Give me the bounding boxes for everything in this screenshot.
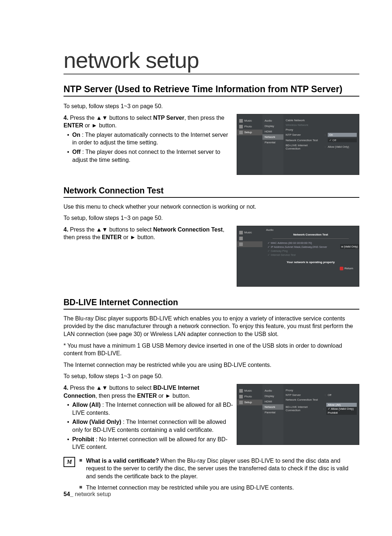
dialog-title: Network Connection Test bbox=[265, 232, 356, 238]
t: : The player does not connect to the Int… bbox=[72, 149, 220, 163]
t: Press the ▲▼ buttons to select bbox=[68, 226, 153, 233]
t: , then press the bbox=[95, 393, 137, 399]
s1-step: 4. Press the ▲▼ buttons to select NTP Se… bbox=[64, 114, 233, 130]
r: Network Connection Test✓ Off bbox=[286, 138, 357, 143]
page-title: network setup bbox=[64, 47, 359, 74]
section-heading-bdlive: BD-LIVE Internet Connection bbox=[64, 298, 359, 310]
screenshot-nct: Music Audio Network Connection Test ✓ MA… bbox=[237, 226, 359, 287]
scr-left-nav: Music Photo Setup bbox=[237, 384, 262, 445]
note-list: What is a valid certificate? When the Bl… bbox=[79, 457, 359, 495]
mid-audio: Audio bbox=[262, 388, 283, 393]
s2-row: 4. Press the ▲▼ buttons to select Networ… bbox=[64, 226, 359, 287]
mid-audio: Audio bbox=[262, 118, 283, 123]
r-sel: BD-LIVE Internet Connection: Allow (All)… bbox=[286, 402, 357, 416]
t: : No Internet connection will be allowed… bbox=[72, 436, 228, 450]
scr-right-panel: Cable Network Wireless Network Proxy NTP… bbox=[283, 114, 359, 175]
t: Prohibit bbox=[72, 436, 94, 442]
nav-setup: Setup bbox=[237, 400, 262, 405]
manual-page: network setup NTP Server (Used to Retrie… bbox=[0, 0, 392, 517]
r: BD-LIVE Internet Connection:Allow (Valid… bbox=[286, 143, 357, 151]
photo-icon bbox=[239, 237, 243, 240]
status-text: Your network is operating properly bbox=[265, 257, 356, 266]
r: NTP Server:Off bbox=[286, 393, 357, 397]
t: Allow (Valid Only) bbox=[328, 145, 357, 148]
scr-inner: Music Photo Setup Audio Display HDMI Net… bbox=[237, 384, 359, 445]
t: ENTER bbox=[102, 234, 122, 240]
check-icon: ✓ bbox=[329, 139, 332, 142]
s1-text: 4. Press the ▲▼ buttons to select NTP Se… bbox=[64, 114, 233, 165]
mid-parental: Parental bbox=[262, 410, 283, 415]
t: Off bbox=[72, 149, 81, 155]
section-heading-ntp: NTP Server (Used to Retrieve Time Inform… bbox=[64, 84, 359, 97]
t: NTP Server bbox=[286, 133, 323, 136]
t: Music bbox=[244, 231, 252, 234]
music-icon bbox=[239, 119, 243, 123]
bullet-on: On : The player automatically connects t… bbox=[64, 131, 233, 147]
nav-music: Music bbox=[237, 388, 262, 394]
t: or ► button. bbox=[122, 234, 155, 240]
screenshot-bdlive: Music Photo Setup Audio Display HDMI Net… bbox=[237, 384, 359, 445]
page-number: 54_ bbox=[64, 491, 73, 497]
nav-photo: Photo bbox=[237, 394, 262, 400]
t: What is a valid certificate? bbox=[86, 458, 159, 464]
t: On bbox=[328, 133, 357, 137]
check-line: ✓ Internet Service Test bbox=[265, 253, 356, 257]
t: Allow (All) bbox=[72, 402, 101, 408]
t: Network Connection Test bbox=[286, 139, 323, 142]
s2-text: 4. Press the ▲▼ buttons to select Networ… bbox=[64, 226, 233, 243]
t: Off bbox=[328, 393, 357, 397]
s3-p1: The Blu-ray Disc player supports BD-LIVE… bbox=[64, 315, 359, 338]
opt-allow-valid: ✓ Allow (Valid Only) bbox=[326, 407, 357, 411]
s2-step: 4. Press the ▲▼ buttons to select Networ… bbox=[64, 226, 233, 241]
bullet-prohibit: Prohibit : No Internet connection will b… bbox=[64, 435, 233, 451]
note-item: The Internet connection may be restricte… bbox=[79, 484, 359, 492]
note-item: What is a valid certificate? When the Bl… bbox=[79, 457, 359, 480]
mid-network: Network bbox=[262, 134, 283, 140]
t: Network Connection Test bbox=[153, 226, 223, 233]
mid-display: Display bbox=[262, 123, 283, 129]
nav-music: Music bbox=[237, 230, 262, 236]
gear-icon bbox=[239, 131, 243, 134]
r: Wireless Network bbox=[286, 123, 357, 127]
step-number: 4. bbox=[64, 115, 68, 121]
s2-p2: To setup, follow steps 1~3 on page 50. bbox=[64, 214, 359, 222]
section-heading-nct: Network Connection Test bbox=[64, 186, 359, 198]
t: BD-LIVE Internet Connection bbox=[286, 405, 321, 412]
s3-step: 4. Press the ▲▼ buttons to select BD-LIV… bbox=[64, 384, 233, 400]
scr-right-panel: Proxy NTP Server:Off Network Connection … bbox=[283, 384, 359, 445]
s3-p3: The Internet connection may be restricte… bbox=[64, 361, 359, 369]
audio-label: Audio bbox=[265, 228, 356, 232]
r-sel: NTP Server:On bbox=[286, 132, 357, 138]
r: Cable Network bbox=[286, 118, 357, 123]
page-footer: 54_ network setup bbox=[64, 491, 111, 498]
return-label: Return bbox=[265, 266, 356, 271]
s3-row: 4. Press the ▲▼ buttons to select BD-LIV… bbox=[64, 384, 359, 453]
t: Network Connection Test bbox=[286, 398, 357, 401]
t: or ► button. bbox=[83, 122, 117, 128]
t: ENTER bbox=[137, 393, 157, 399]
s3-p2: * You must have a minimum 1 GB USB Memor… bbox=[64, 342, 359, 357]
t: Press the ▲▼ buttons to select bbox=[68, 385, 153, 391]
t: Press the ▲▼ buttons to select bbox=[68, 115, 153, 121]
t: BD-LIVE Internet Connection bbox=[286, 144, 323, 150]
mid-display: Display bbox=[262, 393, 283, 399]
mid-hdmi: HDMI bbox=[262, 129, 283, 134]
t: Music bbox=[244, 389, 252, 392]
footer-label: network setup bbox=[73, 491, 111, 497]
gear-icon bbox=[239, 242, 243, 246]
screenshot-ntp: Music Photo Setup Audio Display HDMI Net… bbox=[237, 114, 359, 175]
gear-icon bbox=[239, 401, 243, 404]
photo-icon bbox=[239, 395, 243, 398]
nav-setup: Setup bbox=[237, 130, 262, 135]
music-icon bbox=[239, 389, 243, 393]
opt-prohibit: Prohibit bbox=[326, 411, 357, 415]
r: Network Connection Test bbox=[286, 397, 357, 402]
divider bbox=[273, 238, 349, 239]
scr-inner: Music Photo Setup Audio Display HDMI Net… bbox=[237, 114, 359, 175]
t: Photo bbox=[244, 395, 252, 398]
s3-text: 4. Press the ▲▼ buttons to select BD-LIV… bbox=[64, 384, 233, 453]
t: Proxy bbox=[286, 389, 357, 392]
step-number: 4. bbox=[64, 226, 68, 233]
nav-photo bbox=[237, 236, 262, 241]
t: Photo bbox=[244, 125, 252, 128]
